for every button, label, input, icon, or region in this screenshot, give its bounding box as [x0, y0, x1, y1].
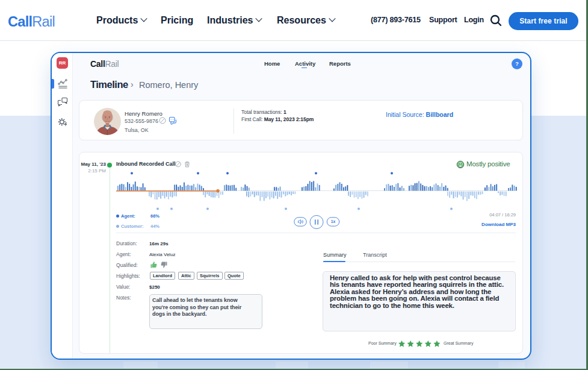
svg-text:1x: 1x [331, 219, 336, 224]
